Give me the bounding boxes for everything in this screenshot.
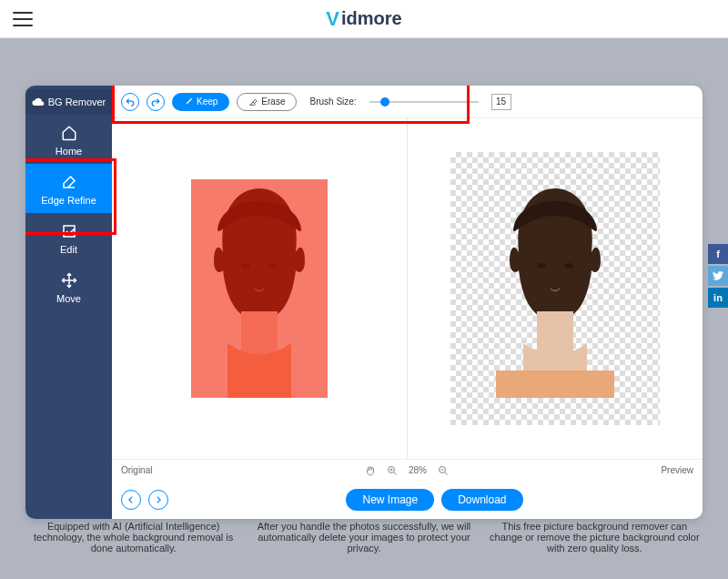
brush-icon: [184, 97, 193, 107]
editor-sidebar: BG Remover Home Edge Refine Edit Move: [25, 86, 112, 519]
eraser-icon: [248, 97, 258, 107]
edge-refine-icon: [60, 173, 78, 191]
sidebar-title: BG Remover: [25, 89, 112, 115]
zoom-value: 28%: [409, 465, 427, 475]
svg-rect-6: [537, 311, 573, 357]
undo-button[interactable]: [121, 93, 139, 111]
background-marketing-text: Equipped with AI (Artificial Intelligenc…: [0, 521, 728, 554]
brand-logo[interactable]: V idmore: [326, 7, 401, 31]
sidebar-item-home[interactable]: Home: [25, 115, 112, 164]
social-share-strip: f in: [708, 244, 728, 310]
pan-icon[interactable]: [365, 465, 376, 476]
marketing-col-2: After you handle the photos successfully…: [255, 521, 473, 554]
twitter-button[interactable]: [708, 266, 728, 286]
preview-pane[interactable]: [407, 118, 703, 459]
slider-thumb[interactable]: [380, 97, 389, 107]
preview-label: Preview: [661, 465, 693, 475]
refine-toolbar: Keep Erase Brush Size: 15: [112, 86, 703, 118]
selection-mask-overlay: [191, 179, 328, 398]
zoom-in-icon[interactable]: [387, 465, 398, 476]
brand-name: idmore: [341, 8, 402, 29]
move-icon: [60, 271, 78, 290]
facebook-button[interactable]: f: [708, 244, 728, 264]
sidebar-label-move: Move: [56, 293, 81, 304]
editor-modal: BG Remover Home Edge Refine Edit Move: [25, 86, 703, 519]
sidebar-item-move[interactable]: Move: [25, 262, 112, 311]
edit-icon: [60, 222, 78, 240]
download-button[interactable]: Download: [441, 489, 522, 511]
brush-size-label: Brush Size:: [309, 96, 356, 107]
original-image: [191, 179, 328, 398]
footer-actions: New Image Download: [112, 481, 703, 519]
prev-button[interactable]: [121, 490, 141, 510]
keep-button[interactable]: Keep: [172, 93, 229, 111]
sidebar-label-edit: Edit: [60, 244, 77, 255]
linkedin-button[interactable]: in: [708, 288, 728, 308]
redo-icon: [151, 97, 160, 107]
editor-workspace: [112, 118, 703, 459]
original-pane[interactable]: [112, 118, 407, 459]
brush-size-slider[interactable]: [369, 101, 479, 103]
logo-mark-icon: V: [326, 7, 339, 31]
marketing-col-1: Equipped with AI (Artificial Intelligenc…: [25, 521, 243, 554]
preview-image: [469, 179, 642, 398]
svg-point-5: [564, 263, 573, 269]
chevron-left-icon: [126, 495, 136, 504]
chevron-right-icon: [154, 495, 163, 504]
new-image-button[interactable]: New Image: [346, 489, 434, 511]
cloud-icon: [32, 97, 45, 107]
sidebar-item-edit[interactable]: Edit: [25, 213, 112, 262]
brush-size-value[interactable]: 15: [491, 94, 511, 110]
erase-label: Erase: [261, 96, 285, 107]
erase-button[interactable]: Erase: [237, 93, 297, 111]
keep-label: Keep: [197, 96, 217, 107]
top-bar: V idmore: [0, 0, 728, 38]
next-button[interactable]: [148, 490, 168, 510]
marketing-col-3: This free picture background remover can…: [485, 521, 703, 554]
home-icon: [60, 124, 78, 142]
editor-content: Keep Erase Brush Size: 15: [112, 86, 703, 519]
sidebar-label-home: Home: [56, 146, 82, 157]
zoom-out-icon[interactable]: [438, 465, 449, 476]
hamburger-menu-icon[interactable]: [13, 12, 33, 26]
sidebar-label-edge-refine: Edge Refine: [41, 195, 96, 206]
sidebar-item-edge-refine[interactable]: Edge Refine: [25, 164, 112, 213]
original-label: Original: [121, 465, 152, 475]
undo-icon: [126, 97, 135, 107]
redo-button[interactable]: [147, 93, 165, 111]
svg-point-4: [537, 263, 546, 269]
status-bar: Original 28% Preview: [112, 459, 703, 481]
